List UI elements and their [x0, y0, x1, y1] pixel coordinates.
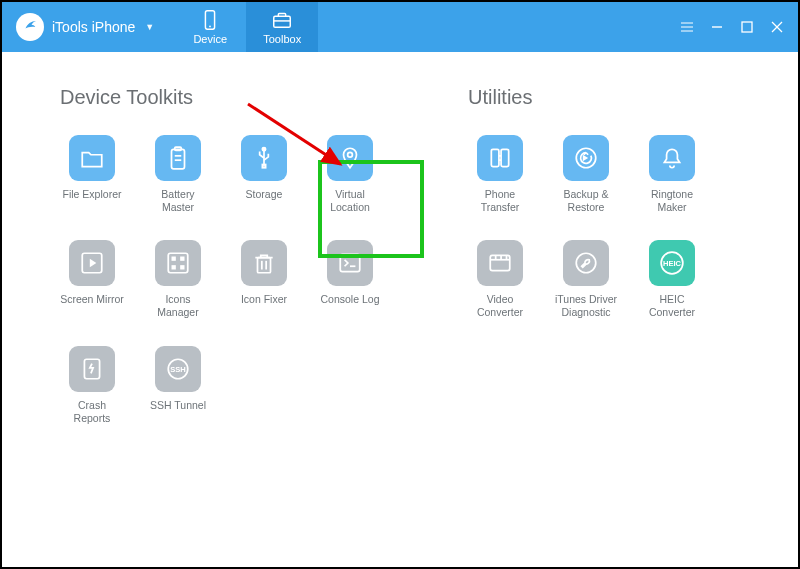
toolkits-heading: Device Toolkits [60, 86, 428, 109]
tool-icon-fixer[interactable]: Icon Fixer [232, 240, 296, 319]
tool-screen-mirror[interactable]: Screen Mirror [60, 240, 124, 319]
minimize-button[interactable] [710, 20, 724, 34]
tool-label: SSH Tunnel [150, 399, 206, 423]
phone-icon [199, 9, 221, 31]
wrench-icon [563, 240, 609, 286]
pin-icon [327, 135, 373, 181]
logo-icon [16, 13, 44, 41]
brand: iTools iPhone ▼ [2, 2, 168, 52]
usb-icon [241, 135, 287, 181]
backup-icon [563, 135, 609, 181]
crash-icon [69, 346, 115, 392]
svg-rect-8 [742, 22, 752, 32]
play-icon [69, 240, 115, 286]
ssh-icon [155, 346, 201, 392]
tool-file-explorer[interactable]: File Explorer [60, 135, 124, 214]
utilities-heading: Utilities [468, 86, 748, 109]
tool-label: Battery Master [146, 188, 210, 214]
tool-label: File Explorer [63, 188, 122, 212]
tool-label: Video Converter [468, 293, 532, 319]
tool-label: Icons Manager [146, 293, 210, 319]
tool-label: iTunes Driver Diagnostic [554, 293, 618, 319]
film-icon [477, 240, 523, 286]
tool-label: Console Log [321, 293, 380, 317]
svg-rect-2 [274, 16, 291, 27]
tool-label: Crash Reports [60, 399, 124, 425]
bell-icon [649, 135, 695, 181]
tool-battery-master[interactable]: Battery Master [146, 135, 210, 214]
console-icon [327, 240, 373, 286]
content-area: Device Toolkits File ExplorerBattery Mas… [2, 52, 798, 425]
tool-video-converter[interactable]: Video Converter [468, 240, 532, 319]
tool-storage[interactable]: Storage [232, 135, 296, 214]
tab-toolbox-label: Toolbox [263, 33, 301, 45]
utilities-section: Utilities Phone TransferBackup & Restore… [468, 86, 748, 425]
tool-phone-transfer[interactable]: Phone Transfer [468, 135, 532, 214]
tool-label: Storage [246, 188, 283, 212]
trash-icon [241, 240, 287, 286]
tool-label: Virtual Location [318, 188, 382, 214]
tool-icons-manager[interactable]: Icons Manager [146, 240, 210, 319]
brand-name: iTools iPhone [52, 19, 135, 35]
app-window: iTools iPhone ▼ Device Toolbox Device To… [0, 0, 800, 569]
tool-label: HEIC Converter [640, 293, 704, 319]
tool-label: Backup & Restore [554, 188, 618, 214]
tool-console-log[interactable]: Console Log [318, 240, 382, 319]
header-tabs: Device Toolbox [174, 2, 318, 52]
tab-device[interactable]: Device [174, 2, 246, 52]
tool-label: Icon Fixer [241, 293, 287, 317]
tool-ssh-tunnel[interactable]: SSH Tunnel [146, 346, 210, 425]
tab-toolbox[interactable]: Toolbox [246, 2, 318, 52]
device-toolkits-section: Device Toolkits File ExplorerBattery Mas… [60, 86, 428, 425]
folder-icon [69, 135, 115, 181]
menu-button[interactable] [680, 20, 694, 34]
tool-virtual-location[interactable]: Virtual Location [318, 135, 382, 214]
transfer-icon [477, 135, 523, 181]
tool-crash-reports[interactable]: Crash Reports [60, 346, 124, 425]
tool-itunes-diag[interactable]: iTunes Driver Diagnostic [554, 240, 618, 319]
tab-device-label: Device [193, 33, 227, 45]
tool-backup-restore[interactable]: Backup & Restore [554, 135, 618, 214]
chevron-down-icon[interactable]: ▼ [145, 22, 154, 32]
tool-ringtone-maker[interactable]: Ringtone Maker [640, 135, 704, 214]
battery-icon [155, 135, 201, 181]
svg-point-1 [209, 26, 211, 28]
maximize-button[interactable] [740, 20, 754, 34]
heic-icon [649, 240, 695, 286]
tool-heic-converter[interactable]: HEIC Converter [640, 240, 704, 319]
window-controls [666, 2, 798, 52]
toolbox-icon [271, 9, 293, 31]
close-button[interactable] [770, 20, 784, 34]
titlebar: iTools iPhone ▼ Device Toolbox [2, 2, 798, 52]
toolkits-grid: File ExplorerBattery MasterStorageVirtua… [60, 135, 428, 425]
tool-label: Ringtone Maker [640, 188, 704, 214]
utilities-grid: Phone TransferBackup & RestoreRingtone M… [468, 135, 748, 320]
gridicons-icon [155, 240, 201, 286]
tool-label: Screen Mirror [60, 293, 124, 317]
tool-label: Phone Transfer [468, 188, 532, 214]
